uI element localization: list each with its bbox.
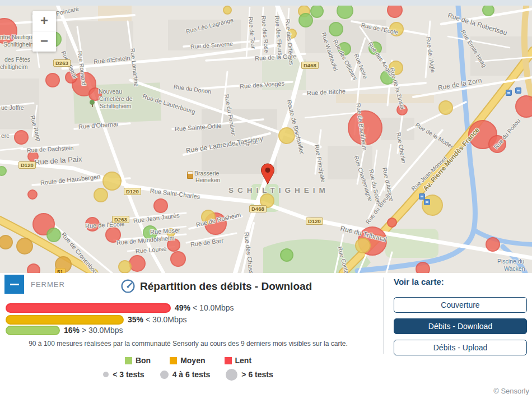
street-label: erc [1, 132, 10, 139]
bar-medium [6, 315, 124, 325]
road-badge: D263 [112, 216, 129, 223]
button-debits-download[interactable]: Débits - Download [394, 318, 527, 334]
legend-good-label: Bon [136, 356, 151, 365]
legend-slow-label: Lent [235, 356, 252, 365]
street-label: Rue de Tour [248, 16, 257, 49]
street-label: Rue Saint-Charles [150, 187, 200, 200]
large-dot-icon [226, 369, 237, 381]
road-badge: D468 [249, 205, 267, 212]
medium-dot-label: 4 à 6 tests [172, 370, 211, 379]
legend-small-dot: < 3 tests [103, 370, 144, 379]
road-badge: D120 [306, 217, 323, 225]
street-label: Rue de la Robertsau [447, 11, 508, 37]
copyright: © Sensorly [493, 387, 529, 395]
legend-large-dot: > 6 tests [226, 369, 273, 381]
button-debits-upload[interactable]: Débits - Upload [394, 340, 527, 355]
page-top-strip [0, 0, 532, 6]
poi-label: Nouveau [99, 88, 122, 95]
street-label: Rue Léo Lagrange [185, 16, 234, 35]
road-badge: 51 [55, 268, 66, 273]
street-label: Rue Sainte-Odile [175, 122, 222, 132]
cemetery-tree-icon [89, 100, 95, 107]
street-label: Rue de Rosheim [195, 211, 242, 228]
transit-stop-icon [506, 90, 512, 96]
button-couverture[interactable]: Couverture [394, 297, 527, 313]
map-labels-layer: PoincaréRue RonsardRue LamartineRue Mist… [0, 6, 532, 273]
collapse-icon [4, 275, 24, 294]
street-label: Rue Lamartine [129, 48, 140, 87]
quality-legend: Bon Moyen Lent [0, 356, 376, 365]
street-label: Rue du Fondeur [223, 94, 237, 137]
legend-medium-swatch [170, 357, 177, 364]
street-label: Rue des Fleurs [274, 15, 284, 55]
street-label: Rue de la Zorn [437, 76, 483, 92]
street-label: Rue d'Erstein [93, 54, 130, 65]
poi-label: Schiltigheim [3, 41, 35, 48]
street-label: Rue Rapp [29, 114, 43, 142]
legend-medium: Moyen [170, 356, 205, 365]
street-label: Rue du Poitou [492, 117, 521, 150]
map[interactable]: PoincaréRue RonsardRue LamartineRue Mist… [0, 6, 532, 273]
transit-stop-icon [515, 87, 521, 94]
close-panel-button[interactable]: FERMER [4, 275, 65, 294]
street-label: Rue de Cronenbourg [60, 231, 102, 273]
street-label: Rue d'Obernai [78, 121, 118, 130]
poi-label: Piscine du [497, 258, 524, 265]
poi-label: chiltigheim [0, 63, 28, 70]
street-label: Rue des Rose [260, 15, 270, 53]
speedometer-icon [120, 279, 136, 294]
street-label: Route de Bischwiller [286, 99, 306, 155]
street-label: Rue de Saverne [190, 40, 234, 50]
street-label: Rue des Vosges [240, 80, 285, 90]
bar-fast-range: > 30.0Mbps [82, 326, 123, 335]
street-label: Rue du Tribunal [339, 224, 388, 243]
street-label: Rue Emile Haag [460, 29, 488, 68]
bar-medium-range: < 30.0Mbps [146, 315, 187, 324]
results-panel: FERMER Répartition des débits - Download… [0, 273, 532, 398]
street-label: Rue Principale [314, 144, 327, 183]
legend-slow: Lent [225, 356, 252, 365]
brewery-beer-icon [187, 172, 193, 179]
street-label: Rue de l'École [361, 21, 399, 36]
street-label: Rue Moser [150, 226, 181, 235]
legend-medium-dot: 4 à 6 tests [160, 370, 211, 379]
street-label: Rue de la Paix [34, 155, 82, 166]
legend-good: Bon [125, 356, 151, 365]
panel-divider [383, 277, 384, 354]
street-label: Rue de Mundolsheim [116, 234, 175, 246]
poi-label: Brasserie [194, 170, 219, 177]
street-label: Rue du Donon [173, 83, 212, 95]
legend-slow-swatch [225, 357, 232, 364]
bar-slow [6, 303, 171, 313]
zoom-in-button[interactable]: + [32, 11, 56, 31]
street-label: Rue Louise [135, 245, 166, 254]
zoom-out-button[interactable]: − [32, 31, 56, 52]
poi-label: ntre Nautique [0, 34, 35, 40]
bar-slow-range: < 10.0Mbps [193, 303, 234, 312]
transit-stop-icon [424, 199, 430, 205]
map-marker-pin[interactable] [260, 163, 275, 188]
poi-label: Schiltigheim [100, 103, 132, 109]
street-label: Route de Hausbergen [40, 173, 100, 186]
sidebar-title: Voir la carte: [394, 277, 444, 286]
test-count-legend: < 3 tests 4 à 6 tests > 6 tests [0, 367, 376, 382]
panel-title: Répartition des débits - Download [140, 280, 312, 293]
street-label: Rue de la Moder [414, 121, 455, 150]
street-label: Rue Contades [337, 246, 353, 273]
street-label: ue Joffre [1, 104, 24, 111]
street-label: Rue de Bischheim [355, 103, 368, 151]
large-dot-label: > 6 tests [241, 370, 273, 379]
small-dot-icon [103, 372, 109, 377]
road-badge: D120 [124, 188, 141, 195]
street-label: Rue de Lauterbourg [142, 92, 196, 115]
legend-medium-label: Moyen [180, 356, 205, 365]
street-label: Rue Ronsard [77, 50, 87, 86]
close-panel-label: FERMER [31, 280, 65, 289]
speed-bar-medium: 35% < 30.0Mbps [6, 314, 187, 325]
street-label: Rue de la Zinsel [389, 67, 406, 109]
bar-fast-pct: 16% [64, 326, 80, 335]
speed-bar-fast: 16% > 30.0Mbps [6, 325, 123, 335]
medium-dot-icon [160, 371, 169, 379]
street-label: Rue de Barr [190, 237, 223, 248]
road-badge: D263 [53, 59, 71, 67]
